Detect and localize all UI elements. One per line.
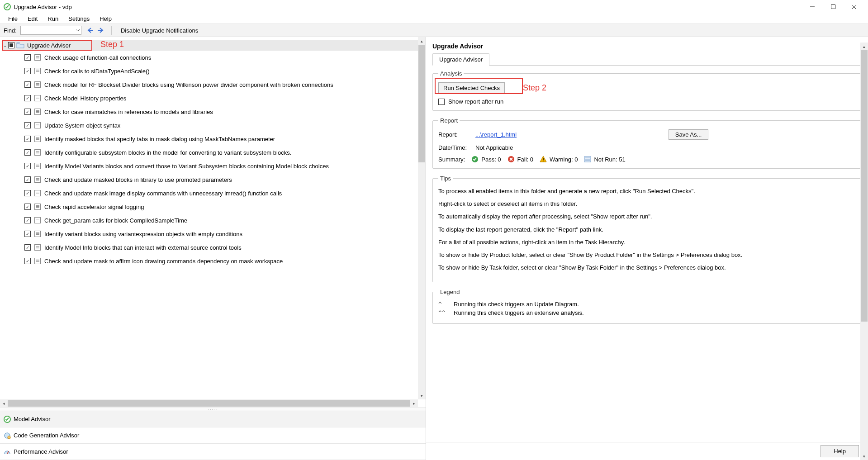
scroll-up-button[interactable]: ▴ (860, 43, 868, 50)
menu-help[interactable]: Help (95, 14, 116, 23)
document-icon (34, 176, 41, 183)
tree-check-row[interactable]: ✓Check and update mask to affirm icon dr… (2, 254, 426, 268)
check-checkbox[interactable]: ✓ (24, 231, 31, 237)
summary-label: Summary: (438, 156, 465, 163)
tree-expand-icon[interactable]: ⌄ (2, 43, 8, 48)
run-selected-checks-button[interactable]: Run Selected Checks (438, 82, 505, 94)
check-label: Identify Model Variants blocks and conve… (44, 163, 329, 170)
chevron-down-icon[interactable] (76, 28, 80, 33)
svg-rect-12 (543, 161, 543, 161)
maximize-button[interactable] (823, 0, 844, 14)
tree-check-row[interactable]: ✓Check for calls to slDataTypeAndScale() (2, 64, 426, 78)
check-checkbox[interactable]: ✓ (24, 81, 31, 88)
legend-caret-2: ^^ (438, 309, 449, 316)
toolbar-separator (111, 26, 112, 35)
menu-edit[interactable]: Edit (23, 14, 42, 23)
check-checkbox[interactable]: ✓ (24, 190, 31, 196)
pass-count: Pass: 0 (481, 156, 501, 163)
tree-check-row[interactable]: ✓Check and update masked blocks in libra… (2, 173, 426, 186)
check-checkbox[interactable]: ✓ (24, 258, 31, 264)
right-panel-title: Upgrade Advisor (432, 43, 862, 50)
tree-check-row[interactable]: ✓Identify Model Variants blocks and conv… (2, 159, 426, 173)
scroll-left-button[interactable]: ◂ (0, 399, 8, 407)
splitter-grip[interactable]: ····· (0, 407, 426, 411)
document-icon (34, 231, 41, 237)
minimize-button[interactable] (802, 0, 823, 14)
scroll-right-button[interactable]: ▸ (410, 399, 418, 407)
check-checkbox[interactable]: ✓ (24, 217, 31, 223)
find-label: Find: (4, 27, 18, 34)
tree-root-row[interactable]: ⌄ Upgrade Advisor Step 1 (2, 40, 426, 51)
check-checkbox[interactable]: ✓ (24, 68, 31, 74)
app-icon (4, 3, 11, 10)
step1-annotation-label: Step 1 (100, 40, 124, 49)
check-checkbox[interactable]: ✓ (24, 95, 31, 101)
menu-settings[interactable]: Settings (64, 14, 94, 23)
model-advisor-row[interactable]: Model Advisor (0, 411, 426, 427)
legend-text-1: Running this check triggers an Update Di… (454, 301, 579, 308)
find-next-button[interactable] (96, 26, 105, 35)
tree-check-row[interactable]: ✓Identify masked blocks that specify tab… (2, 132, 426, 146)
folder-icon (16, 42, 24, 48)
tree-check-row[interactable]: ✓Update System object syntax (2, 119, 426, 132)
close-button[interactable] (844, 0, 864, 14)
disable-notifications-button[interactable]: Disable Upgrade Notifications (118, 26, 201, 35)
root-checkbox[interactable] (8, 42, 14, 48)
analysis-group: Analysis Run Selected Checks Step 2 Show… (432, 70, 862, 111)
find-prev-button[interactable] (86, 26, 95, 35)
tree-scrollbar-vertical[interactable]: ▴ ▾ (418, 37, 426, 399)
tree-check-row[interactable]: ✓Check usage of function-call connection… (2, 51, 426, 64)
document-icon (34, 54, 41, 61)
document-icon (34, 109, 41, 115)
check-checkbox[interactable]: ✓ (24, 176, 31, 183)
scroll-thumb-h[interactable] (8, 400, 410, 407)
check-checkbox[interactable]: ✓ (24, 109, 31, 115)
menu-run[interactable]: Run (43, 14, 63, 23)
find-input[interactable] (20, 26, 81, 35)
check-checkbox[interactable]: ✓ (24, 204, 31, 210)
check-checkbox[interactable]: ✓ (24, 163, 31, 169)
tree-check-row[interactable]: ✓Identify configurable subsystem blocks … (2, 146, 426, 159)
tree-check-row[interactable]: ✓Check Model History properties (2, 91, 426, 105)
tree-check-row[interactable]: ✓Check rapid accelerator signal logging (2, 200, 426, 213)
help-button[interactable]: Help (821, 445, 859, 457)
scroll-thumb[interactable] (418, 45, 425, 162)
tree-check-row[interactable]: ✓Check get_param calls for block Compile… (2, 213, 426, 227)
svg-point-7 (8, 436, 10, 438)
document-icon (34, 68, 41, 74)
scroll-down-button[interactable]: ▾ (860, 452, 868, 460)
check-label: Check and update mask to affirm icon dra… (44, 258, 283, 265)
perf-advisor-row[interactable]: Performance Advisor (0, 444, 426, 460)
menu-file[interactable]: File (4, 14, 22, 23)
document-icon (34, 81, 41, 88)
codegen-advisor-label: Code Generation Advisor (14, 432, 79, 439)
check-label: Check get_param calls for block Compiled… (44, 217, 187, 224)
tree-check-row[interactable]: ✓Identify Model Info blocks that can int… (2, 241, 426, 254)
check-label: Identify configurable subsystem blocks i… (44, 149, 291, 156)
tab-upgrade-advisor[interactable]: Upgrade Advisor (432, 53, 489, 66)
tree-check-row[interactable]: ✓Check and update mask image display com… (2, 186, 426, 200)
check-checkbox[interactable]: ✓ (24, 54, 31, 61)
save-as-button[interactable]: Save As... (669, 129, 709, 140)
codegen-advisor-row[interactable]: Code Generation Advisor (0, 427, 426, 444)
check-checkbox[interactable]: ✓ (24, 149, 31, 156)
tree-check-row[interactable]: ✓Check model for RF Blockset Divider blo… (2, 78, 426, 91)
window-title: Upgrade Advisor - vdp (14, 4, 72, 10)
check-checkbox[interactable]: ✓ (24, 122, 31, 128)
report-link[interactable]: ...\report_1.html (475, 131, 664, 138)
check-checkbox[interactable]: ✓ (24, 136, 31, 142)
tip-4: To display the last report generated, cl… (438, 226, 856, 234)
check-checkbox[interactable]: ✓ (24, 244, 31, 251)
step2-annotation-label: Step 2 (523, 83, 546, 93)
scroll-down-button[interactable]: ▾ (418, 392, 426, 399)
tree-scrollbar-horizontal[interactable]: ◂ ▸ (0, 399, 418, 407)
tree-check-row[interactable]: ✓Check for case mismatches in references… (2, 105, 426, 119)
scroll-thumb[interactable] (861, 50, 868, 322)
right-scrollbar-vertical[interactable]: ▴ ▾ (860, 43, 868, 460)
warning-count: Warning: 0 (550, 156, 578, 163)
document-icon (34, 217, 41, 223)
show-report-checkbox[interactable] (438, 99, 445, 105)
scroll-up-button[interactable]: ▴ (418, 37, 426, 45)
notrun-count: Not Run: 51 (594, 156, 625, 163)
tree-check-row[interactable]: ✓Identify variant blocks using variantex… (2, 227, 426, 241)
